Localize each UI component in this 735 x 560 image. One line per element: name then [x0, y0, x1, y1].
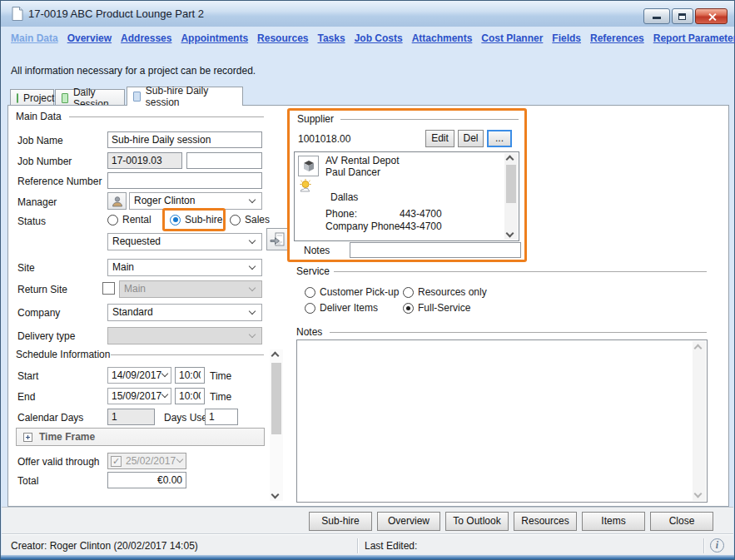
start-label: Start — [17, 370, 38, 382]
radio-label: Customer Pick-up — [320, 286, 399, 298]
close-button[interactable]: Close — [650, 512, 713, 531]
scroll-up-icon[interactable] — [506, 156, 514, 164]
divider — [111, 354, 264, 355]
left-panel-scrollbar[interactable] — [270, 349, 283, 501]
overview-button[interactable]: Overview — [377, 512, 440, 531]
scroll-up-icon[interactable] — [694, 344, 703, 353]
expand-plus-icon — [23, 433, 32, 442]
divider — [69, 116, 264, 117]
window-frame-bottom — [1, 555, 734, 559]
chevron-down-icon — [161, 370, 168, 377]
resources-button[interactable]: Resources — [514, 512, 577, 531]
scroll-down-icon[interactable] — [271, 491, 280, 499]
service-radio-resources-only[interactable]: Resources only — [403, 286, 487, 298]
supplier-notes-input[interactable] — [350, 242, 521, 258]
service-radio-customer-pickup[interactable]: Customer Pick-up — [305, 286, 399, 298]
manager-value: Roger Clinton — [134, 195, 195, 206]
end-time-input[interactable] — [175, 388, 205, 404]
supplier-account-number: 1001018.00 — [298, 133, 350, 145]
end-date-picker[interactable]: 15/09/2017 — [107, 388, 171, 404]
status-radio-sales[interactable]: Sales — [230, 214, 270, 225]
manager-picker-button[interactable] — [107, 192, 127, 210]
manager-label: Manager — [17, 196, 57, 208]
tab-green-icon — [17, 93, 18, 103]
scroll-down-icon[interactable] — [506, 230, 514, 238]
supplier-company-name: AV Rental Depot — [325, 155, 400, 166]
supplier-info-list[interactable]: AV Rental Depot Paul Dancer Dallas Phone… — [294, 151, 519, 241]
send-status-button[interactable] — [266, 228, 289, 250]
divider — [703, 538, 704, 553]
menu-job-costs[interactable]: Job Costs — [355, 32, 403, 44]
sub-hire-button[interactable]: Sub-hire — [309, 512, 372, 531]
radio-label: Resources only — [418, 286, 487, 298]
start-date-picker[interactable]: 14/09/2017 — [107, 367, 171, 384]
scrollbar-thumb[interactable] — [271, 363, 281, 434]
status-radio-rental[interactable]: Rental — [107, 214, 151, 225]
total-input[interactable] — [107, 472, 186, 488]
scroll-up-icon[interactable] — [271, 352, 280, 360]
items-button[interactable]: Items — [582, 512, 645, 531]
service-radio-deliver-items[interactable]: Deliver Items — [305, 302, 378, 314]
close-window-button[interactable] — [695, 8, 728, 24]
menu-overview[interactable]: Overview — [67, 32, 112, 44]
main-data-group-label: Main Data — [16, 111, 62, 122]
company-select[interactable]: Standard — [107, 304, 262, 321]
last-edited-text: Last Edited: — [365, 540, 417, 552]
chevron-down-icon — [249, 262, 256, 269]
scrollbar-thumb[interactable] — [506, 165, 516, 203]
supplier-group-label: Supplier — [297, 113, 334, 125]
radio-icon — [170, 215, 181, 225]
status-radio-sub-hire[interactable]: Sub-hire — [170, 214, 222, 225]
manager-select[interactable]: Roger Clinton — [129, 192, 262, 210]
job-number-suffix-input[interactable] — [186, 152, 262, 169]
supplier-list-scrollbar[interactable] — [504, 153, 518, 240]
supplier-company-phone-label: Company Phone — [325, 221, 400, 232]
notes-textarea[interactable] — [296, 339, 708, 503]
status-state-select[interactable]: Requested — [107, 233, 262, 250]
job-name-input[interactable] — [107, 131, 262, 148]
supplier-phone-value: 443-4700 — [400, 208, 442, 220]
supplier-del-button[interactable]: Del — [458, 130, 484, 147]
restore-button[interactable] — [672, 8, 693, 24]
menu-report-parameter[interactable]: Report Parameter — [653, 32, 735, 44]
to-outlook-button[interactable]: To Outlook — [445, 512, 509, 531]
tab-sub-hire-daily-session[interactable]: Sub-hire Daily session — [127, 87, 243, 106]
service-radio-full-service[interactable]: Full-Service — [403, 302, 470, 314]
restore-icon — [678, 13, 686, 20]
supplier-entry-button[interactable] — [298, 156, 319, 176]
menu-fields[interactable]: Fields — [552, 32, 581, 44]
company-label: Company — [17, 307, 60, 319]
supplier-phone-label: Phone: — [325, 208, 357, 220]
start-time-input[interactable] — [175, 367, 205, 384]
notes-group-label: Notes — [296, 326, 322, 338]
status-label: Status — [17, 216, 46, 227]
info-icon[interactable] — [710, 538, 724, 553]
scroll-down-icon[interactable] — [694, 490, 703, 498]
menu-main-data[interactable]: Main Data — [11, 32, 58, 44]
tab-project[interactable]: Project — [10, 89, 54, 106]
minimize-button[interactable] — [643, 8, 670, 24]
supplier-edit-button[interactable]: Edit — [425, 130, 454, 147]
start-date-value: 14/09/2017 — [112, 369, 161, 381]
site-select[interactable]: Main — [107, 259, 262, 276]
return-site-checkbox[interactable] — [102, 282, 115, 295]
menu-tasks[interactable]: Tasks — [317, 32, 345, 44]
menu-attachments[interactable]: Attachments — [412, 32, 473, 44]
calendar-days-input — [107, 409, 155, 425]
supplier-browse-button[interactable]: ... — [487, 130, 512, 147]
menu-resources[interactable]: Resources — [257, 32, 308, 44]
end-date-value: 15/09/2017 — [112, 390, 161, 402]
titlebar: 17-0019 ABC Product Lounge Part 2 — [1, 1, 734, 27]
radio-icon — [230, 215, 241, 225]
menu-appointments[interactable]: Appointments — [181, 32, 248, 44]
end-time-label: Time — [210, 391, 231, 403]
tab-daily-session[interactable]: Daily Session — [55, 89, 125, 106]
menu-references[interactable]: References — [590, 32, 644, 44]
days-used-input[interactable] — [205, 409, 238, 425]
time-frame-expander[interactable]: Time Frame — [16, 428, 265, 446]
menu-cost-planner[interactable]: Cost Planner — [481, 32, 543, 44]
notes-scrollbar[interactable] — [693, 341, 706, 501]
reference-number-input[interactable] — [107, 172, 262, 189]
tab-label: Sub-hire Daily session — [146, 85, 242, 108]
menu-addresses[interactable]: Addresses — [121, 32, 171, 44]
